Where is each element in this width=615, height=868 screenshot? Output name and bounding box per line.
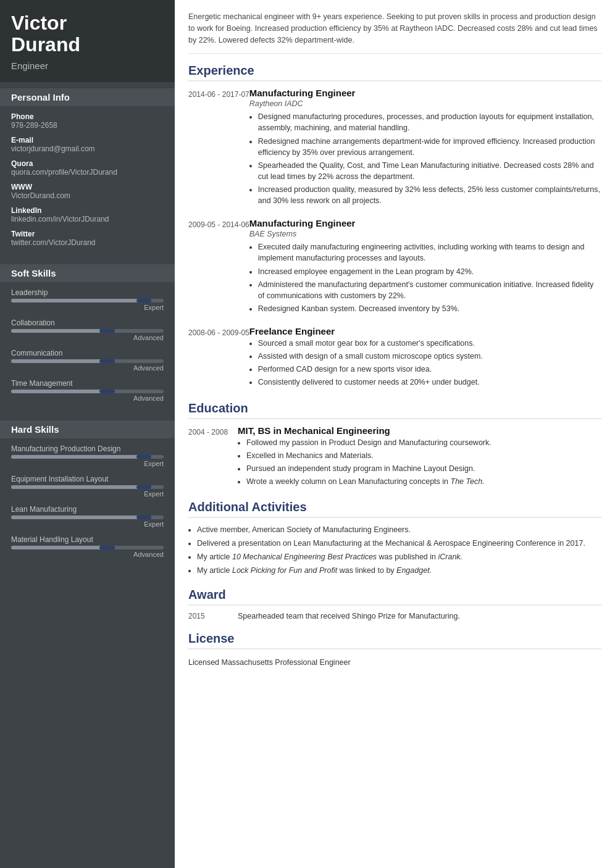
entry: 2008-06 - 2009-05 Freelance Engineer Sou… [188, 326, 601, 390]
bullet-item: Excelled in Mechanics and Materials. [246, 450, 601, 461]
activity-item: My article Lock Picking for Fun and Prof… [197, 565, 601, 576]
skill-name: Lean Manufacturing [11, 505, 164, 514]
skill-bar-fill [11, 485, 148, 489]
bullet-item: Redesigned machine arrangements departme… [258, 136, 601, 158]
education-entries: 2004 - 2008 MIT, BS in Mechanical Engine… [188, 425, 601, 490]
award-year: 2015 [188, 612, 238, 620]
hard-skills-section: Hard Skills Manufacturing Production Des… [0, 414, 175, 570]
personal-label: Twitter [11, 230, 164, 238]
personal-item: Phone978-289-2658 [11, 112, 164, 130]
sidebar: Victor Durand Engineer Personal Info Pho… [0, 0, 175, 868]
bullet-item: Pursued an independent study program in … [246, 463, 601, 474]
entry-content: MIT, BS in Mechanical Engineering Follow… [238, 425, 601, 490]
bullet-item: Consistently delivered to customer needs… [258, 377, 601, 388]
personal-value: linkedin.com/in/VictorJDurand [11, 215, 164, 223]
license-text: Licensed Massachusetts Professional Engi… [188, 656, 601, 667]
personal-value: quora.com/profile/VictorJDurand [11, 168, 164, 177]
skill-level: Advanced [11, 364, 164, 372]
bullet-item: Increased employee engagement in the Lea… [258, 266, 601, 277]
activities-content: Active member, American Society of Manuf… [188, 524, 601, 577]
personal-label: Quora [11, 159, 164, 168]
skill-bar [11, 455, 164, 459]
soft-skill-items: Leadership Expert Collaboration Advanced… [11, 288, 164, 402]
bullet-item: Executed daily manufacturing engineering… [258, 241, 601, 264]
bullet-item: Sourced a small motor gear box for a cus… [258, 338, 601, 349]
skill-level: Advanced [11, 551, 164, 558]
bullet-item: Assisted with design of a small custom m… [258, 351, 601, 362]
hard-skills-heading: Hard Skills [0, 420, 175, 438]
skill-name: Time Management [11, 379, 164, 388]
skill-bar-accent [99, 359, 115, 363]
personal-value: 978-289-2658 [11, 121, 164, 130]
personal-item: LinkedInlinkedin.com/in/VictorJDurand [11, 206, 164, 223]
education-heading: Education [188, 401, 601, 419]
education-section: Education 2004 - 2008 MIT, BS in Mechani… [188, 401, 601, 490]
candidate-name: Victor Durand [11, 12, 164, 56]
bullet-item: Wrote a weekly column on Lean Manufactur… [246, 476, 601, 487]
skill-item: Collaboration Advanced [11, 319, 164, 341]
skill-bar-fill [11, 390, 111, 393]
entry-title: Freelance Engineer [249, 326, 601, 336]
skill-bar-accent [136, 515, 152, 519]
skill-bar-accent [99, 329, 115, 333]
personal-value: VictorDurand.com [11, 191, 164, 200]
bullet-item: Administered the manufacturing departmen… [258, 279, 601, 301]
award-heading: Award [188, 588, 601, 606]
entry-bullets: Designed manufacturing procedures, proce… [249, 111, 601, 206]
skill-bar-fill [11, 515, 148, 519]
experience-heading: Experience [188, 64, 601, 81]
skill-name: Manufacturing Production Design [11, 444, 164, 453]
entry-company: BAE Systems [249, 230, 601, 238]
skill-bar-fill [11, 546, 111, 549]
skill-bar [11, 390, 164, 393]
skill-level: Advanced [11, 394, 164, 402]
license-heading: License [188, 632, 601, 649]
entry-content: Manufacturing Engineer BAE Systems Execu… [249, 218, 601, 316]
skill-name: Material Handling Layout [11, 535, 164, 544]
activity-item: My article 10 Mechanical Engineering Bes… [197, 551, 601, 562]
award-entries: 2015 Spearheaded team that received Shin… [188, 612, 601, 620]
skill-item: Material Handling Layout Advanced [11, 535, 164, 558]
skill-level: Expert [11, 490, 164, 498]
entry-date: 2008-06 - 2009-05 [188, 326, 249, 390]
sidebar-header: Victor Durand Engineer [0, 0, 175, 82]
personal-value: victorjdurand@gmail.com [11, 144, 164, 153]
skill-name: Collaboration [11, 319, 164, 327]
entry-title: Manufacturing Engineer [249, 218, 601, 228]
hard-skill-items: Manufacturing Production Design Expert E… [11, 444, 164, 558]
skill-bar-fill [11, 299, 148, 303]
entry-bullets: Executed daily manufacturing engineering… [249, 241, 601, 314]
personal-label: Phone [11, 112, 164, 121]
bullet-item: Designed manufacturing procedures, proce… [258, 111, 601, 133]
activity-item: Delivered a presentation on Lean Manufac… [197, 538, 601, 549]
soft-skills-section: Soft Skills Leadership Expert Collaborat… [0, 258, 175, 414]
personal-value: twitter.com/VictorJDurand [11, 238, 164, 247]
bullet-item: Followed my passion in Product Design an… [246, 437, 601, 448]
entry-date: 2014-06 - 2017-07 [188, 88, 249, 208]
personal-label: LinkedIn [11, 206, 164, 215]
skill-level: Advanced [11, 334, 164, 341]
skill-bar-accent [136, 299, 152, 303]
skill-bar [11, 329, 164, 333]
skill-level: Expert [11, 460, 164, 467]
activity-item: Active member, American Society of Manuf… [197, 524, 601, 535]
experience-section: Experience 2014-06 - 2017-07 Manufacturi… [188, 64, 601, 390]
entry-content: Freelance Engineer Sourced a small motor… [249, 326, 601, 390]
personal-info-section: Personal Info Phone978-289-2658E-mailvic… [0, 82, 175, 258]
award-entry: 2015 Spearheaded team that received Shin… [188, 612, 601, 620]
skill-bar [11, 359, 164, 363]
entry: 2004 - 2008 MIT, BS in Mechanical Engine… [188, 425, 601, 490]
activities-heading: Additional Activities [188, 500, 601, 518]
candidate-title: Engineer [11, 61, 164, 71]
personal-items: Phone978-289-2658E-mailvictorjdurand@gma… [11, 112, 164, 247]
skill-bar-fill [11, 359, 111, 363]
bullet-item: Spearheaded the Quality, Cost, and Time … [258, 160, 601, 182]
entry-company: Raytheon IADC [249, 99, 601, 108]
award-section: Award 2015 Spearheaded team that receive… [188, 588, 601, 620]
skill-level: Expert [11, 520, 164, 528]
skill-item: Lean Manufacturing Expert [11, 505, 164, 528]
summary-text: Energetic mechanical engineer with 9+ ye… [188, 11, 601, 54]
skill-bar [11, 546, 164, 549]
skill-item: Equipment Installation Layout Expert [11, 475, 164, 498]
skill-bar-fill [11, 455, 148, 459]
